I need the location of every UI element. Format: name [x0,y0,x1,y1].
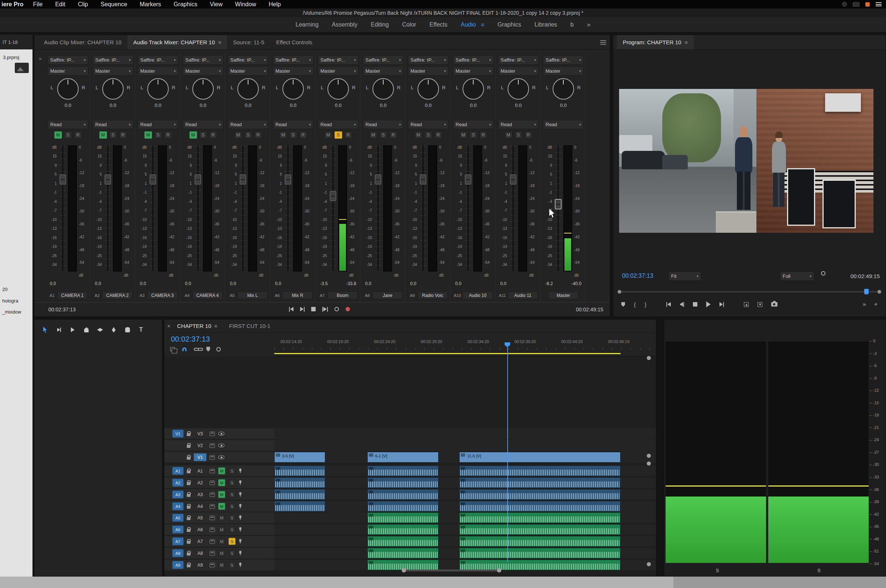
audio-clip[interactable] [459,536,620,547]
sync-lock-icon[interactable] [210,539,215,544]
pen-tool[interactable] [109,326,118,334]
timeline-current-timecode[interactable]: 00:02:37:13 [171,335,210,344]
audio-clip[interactable] [459,465,620,476]
record-arm-button[interactable]: R [254,131,262,139]
track-label[interactable]: A7 [194,537,206,545]
menu-sequence[interactable]: Sequence [101,1,127,8]
source-patch-badge[interactable]: A9 [172,561,184,569]
pan-knob[interactable] [57,78,79,100]
automation-mode-select[interactable]: Read▾ [93,120,133,129]
timeline-playhead[interactable] [507,347,508,562]
record-arm-button[interactable]: R [525,131,533,139]
fader-handle[interactable] [375,174,381,184]
mute-button[interactable]: M [460,131,467,139]
solo-button[interactable]: S [229,503,236,510]
solo-button[interactable]: S [229,561,236,568]
sync-lock-icon[interactable] [210,481,215,485]
fader-handle[interactable] [104,174,111,184]
source-patch-badge[interactable]: A4 [172,502,184,510]
mute-button[interactable]: M [218,467,225,474]
fader-handle[interactable] [329,191,336,201]
nest-toggle-icon[interactable] [170,347,175,351]
solo-button[interactable]: S [229,514,236,521]
volume-fader[interactable] [194,146,202,278]
lock-icon[interactable] [187,482,191,485]
solo-button[interactable]: S [64,131,72,139]
mute-button[interactable]: M [218,538,225,545]
record-arm-button[interactable]: R [119,131,127,139]
mute-button[interactable]: M [325,131,332,139]
lock-icon[interactable] [187,457,191,460]
audio-input-select[interactable]: Saffire: IP...▾ [138,56,178,64]
source-patch-badge[interactable] [172,453,184,461]
volume-fader[interactable] [239,146,247,278]
volume-fader[interactable] [104,146,112,278]
source-patch-badge[interactable]: A7 [172,537,184,545]
lock-icon[interactable] [187,553,191,555]
audio-output-select[interactable]: Master▾ [93,66,133,76]
track-name[interactable]: Audio 10 [463,291,493,299]
lock-icon[interactable] [187,517,191,520]
program-video-frame[interactable] [619,89,874,233]
record-arm-button[interactable]: R [344,131,352,139]
sync-lock-icon[interactable] [210,551,215,555]
solo-button[interactable]: S [199,131,207,139]
add-marker-icon[interactable] [206,347,210,351]
solo-button[interactable]: S [469,131,477,139]
audio-input-select[interactable]: Saffire: IP...▾ [273,56,313,64]
audio-clip[interactable] [274,501,325,512]
audio-output-select[interactable]: Master▾ [498,66,539,76]
pan-knob[interactable] [553,78,574,100]
status-circle-icon[interactable] [842,2,847,7]
solo-button[interactable]: S [334,131,342,139]
voiceover-record-icon[interactable] [239,539,242,544]
menu-edit[interactable]: Edit [55,1,65,8]
razor-tool[interactable] [82,326,91,334]
goto-out-icon[interactable] [300,306,305,312]
record-arm-button[interactable]: R [480,131,487,139]
lift-icon[interactable] [744,302,749,307]
menu-view[interactable]: View [210,1,222,8]
volume-fader[interactable] [554,146,562,278]
fader-handle[interactable] [239,174,246,184]
solo-button[interactable]: S [514,131,522,139]
source-patch-badge[interactable]: A1 [172,467,184,475]
audio-clip[interactable] [367,512,438,523]
track-name[interactable]: Jane [373,291,403,299]
mute-button[interactable]: M [280,131,287,139]
audio-output-select[interactable]: Master▾ [363,66,403,76]
solo-button[interactable]: S [109,131,117,139]
loop-icon[interactable] [334,306,339,312]
ripple-edit-tool[interactable] [68,326,77,334]
audio-output-select[interactable]: Master▾ [273,66,313,76]
scroll-handle[interactable] [647,356,651,360]
source-patch-badge[interactable]: A6 [172,526,184,533]
volume-fader[interactable] [149,146,157,278]
record-arm-button[interactable]: R [435,131,442,139]
sync-lock-icon[interactable] [210,504,215,509]
panel-menu-icon[interactable]: ≡ [218,39,221,45]
audio-output-select[interactable]: Master▾ [48,66,88,76]
goto-in-icon[interactable] [666,302,671,307]
program-current-timecode[interactable]: 00:02:37:13 [622,273,653,279]
extract-icon[interactable] [758,302,762,307]
menu-help[interactable]: Help [269,1,281,8]
button-editor-overflow-icon[interactable]: » [863,301,866,308]
mute-button[interactable]: M [218,503,225,510]
zoom-level-select[interactable]: Fit ▾ [669,272,701,281]
mute-button[interactable]: M [235,131,242,139]
mark-out-icon[interactable]: } [645,302,647,308]
audio-output-select[interactable]: Master▾ [453,66,493,76]
voiceover-record-icon[interactable] [239,468,242,473]
video-clip[interactable]: 3-5 [V] [274,452,325,463]
zoom-handle-right[interactable] [877,290,881,294]
source-patch-badge[interactable] [172,441,184,449]
audio-clip[interactable] [367,489,438,500]
mute-button[interactable]: M [218,491,225,498]
workspace-tab-assembly[interactable]: Assembly [332,21,357,28]
display-icon[interactable] [853,2,859,7]
playback-resolution-select[interactable]: Full ▾ [780,272,814,281]
finder-tab[interactable]: IT 1-18 [0,34,33,50]
play-icon[interactable] [706,302,711,307]
sync-lock-icon[interactable] [210,492,215,497]
